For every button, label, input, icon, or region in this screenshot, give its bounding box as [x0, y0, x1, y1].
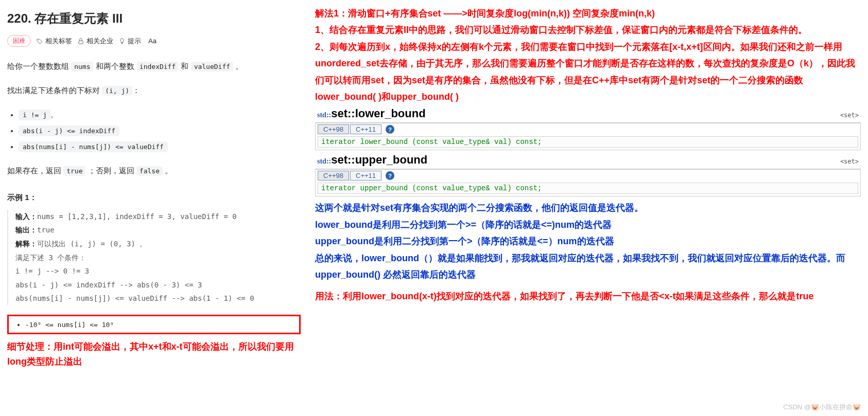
annotation-step1: 1、结合存在重复元素II中的思路，我们可以通过滑动窗口去控制下标差值，保证窗口内… [315, 22, 861, 38]
problem-meta-row: 困难 相关标签 相关企业 提示 Aa [7, 35, 301, 47]
code-ij: (i, j) [102, 86, 132, 96]
annotation-usage: 用法：利用lower_bound(x-t)找到对应的迭代器，如果找到了，再去判断… [315, 288, 861, 304]
ref-tabs: C++98 C++11 ? [316, 169, 860, 182]
lightbulb-icon [118, 38, 126, 45]
related-companies-label: 相关企业 [86, 37, 113, 46]
text: 如果存在，返回 [7, 166, 63, 175]
tab-cpp98[interactable]: C++98 [318, 171, 349, 180]
explain-1: 可以找出 (i, j) = (0, 3) 。 [37, 240, 147, 248]
example-output: true [37, 226, 55, 234]
cond-code: abs(nums[i] - nums[j]) <= valueDiff [19, 141, 168, 152]
ref-signature: iterator upper_bound (const value_type& … [318, 183, 858, 194]
condition-3: abs(nums[i] - nums[j]) <= valueDiff [19, 139, 301, 155]
annotation-heading: 解法1：滑动窗口+有序集合set ——>时间复杂度log(min(n,k)) 空… [315, 5, 861, 22]
annotation-blue-4: 总的来说，lower_bound（）就是如果能找到，那我就返回对应的迭代器，如果… [315, 250, 861, 283]
hint-button[interactable]: 提示 [118, 37, 141, 46]
problem-panel: 220. 存在重复元素 III 困难 相关标签 相关企业 提示 Aa 给你一个整… [0, 0, 308, 376]
ref-tabs: C++98 C++11 ? [316, 123, 860, 135]
code-indexDiff: indexDiff [136, 62, 179, 71]
explain-4: abs(i - j) <= indexDiff --> abs(0 - 3) <… [15, 278, 301, 292]
explain-3: i != j --> 0 != 3 [15, 264, 301, 278]
constraint-item: -10⁹ <= nums[i] <= 10⁹ [25, 320, 293, 329]
text: 。 [163, 166, 172, 175]
example-input: nums = [1,2,3,1], indexDiff = 3, valueDi… [37, 212, 237, 221]
ref-header-tag: <set> [840, 112, 859, 119]
condition-1: i != j, [19, 107, 301, 123]
font-size-button[interactable]: Aa [146, 37, 159, 45]
annotation-panel: 解法1：滑动窗口+有序集合set ——>时间复杂度log(min(n,k)) 空… [308, 0, 868, 376]
tab-cpp11[interactable]: C++11 [350, 124, 381, 134]
difficulty-badge: 困难 [7, 35, 31, 47]
problem-desc-1: 给你一个整数数组 nums 和两个整数 indexDiff 和 valueDif… [7, 59, 301, 74]
ref-signature: iterator lower_bound (const value_type& … [318, 136, 858, 148]
tag-icon [36, 38, 43, 45]
explain-label: 解释： [15, 240, 37, 248]
code-valueDiff: valueDiff [191, 62, 233, 71]
code-nums: nums [71, 62, 93, 71]
std-prefix: std:: [317, 111, 331, 119]
ref-fn-name: set::upper_bound [331, 153, 427, 166]
text: 给你一个整数数组 [7, 62, 71, 70]
tab-cpp98[interactable]: C++98 [318, 124, 349, 134]
watermark: CSDN @🐷小陈在拼命🐷 [783, 403, 861, 412]
ref-lower-bound: std::set::lower_bound <set> C++98 C++11 … [315, 107, 861, 150]
lock-icon [77, 38, 84, 45]
return-line: 如果存在，返回 true ；否则，返回 false 。 [7, 164, 301, 178]
example-heading: 示例 1： [7, 193, 301, 203]
text: ： [132, 86, 140, 95]
related-tags-label: 相关标签 [45, 37, 72, 46]
problem-desc-2: 找出满足下述条件的下标对 (i, j)： [7, 83, 301, 98]
text: 和 [179, 62, 190, 70]
text: , [51, 111, 53, 119]
cond-code: abs(i - j) <= indexDiff [19, 125, 119, 136]
related-tags-button[interactable]: 相关标签 [36, 37, 72, 46]
help-icon[interactable]: ? [386, 171, 394, 180]
problem-title: 220. 存在重复元素 III [7, 10, 301, 27]
related-companies-button[interactable]: 相关企业 [77, 37, 113, 46]
overflow-annotation: 细节处理：用int可能会溢出，其中x+t和x-t可能会溢出，所以我们要用long… [7, 339, 301, 369]
code-true: true [63, 166, 85, 176]
svg-rect-0 [79, 41, 83, 44]
input-label: 输入： [15, 212, 37, 221]
constraint-code: -10⁹ <= nums[i] <= 10⁹ [25, 321, 114, 329]
constraint-box: -10⁹ <= nums[i] <= 10⁹ [7, 315, 301, 334]
ref-header-tag: <set> [840, 158, 859, 165]
conditions-list: i != j, abs(i - j) <= indexDiff abs(nums… [7, 107, 301, 154]
annotation-blue-1: 这两个就是针对set有序集合实现的两个二分搜索函数，他们的返回值是迭代器。 [315, 200, 861, 216]
annotation-blue-2: lower_bound是利用二分找到第一个>=（降序的话就是<=)num的迭代器 [315, 216, 861, 233]
example-block: 输入：nums = [1,2,3,1], indexDiff = 3, valu… [7, 210, 301, 305]
explain-2: 满足下述 3 个条件： [15, 251, 301, 265]
std-prefix: std:: [317, 157, 331, 165]
text: 。 [233, 62, 243, 70]
condition-2: abs(i - j) <= indexDiff [19, 123, 301, 139]
hint-label: 提示 [128, 37, 141, 46]
output-label: 输出： [15, 226, 37, 234]
annotation-blue-3: upper_bound是利用二分找到第一个>（降序的话就是<=）num的迭代器 [315, 233, 861, 249]
cond-code: i != j [19, 110, 51, 120]
help-icon[interactable]: ? [386, 125, 394, 134]
annotation-step2: 2、则每次遍历到x，始终保持x的左侧有k个元素，我们需要在窗口中找到一个元素落在… [315, 39, 861, 105]
explain-5: abs(nums[i] - nums[j]) <= valueDiff --> … [15, 292, 301, 305]
tab-cpp11[interactable]: C++11 [350, 171, 381, 180]
text: 和两个整数 [93, 62, 136, 70]
ref-upper-bound: std::set::upper_bound <set> C++98 C++11 … [315, 153, 861, 196]
ref-fn-name: set::lower_bound [331, 107, 425, 120]
code-false: false [136, 166, 163, 176]
text: ；否则，返回 [85, 166, 136, 175]
text: 找出满足下述条件的下标对 [7, 86, 102, 95]
